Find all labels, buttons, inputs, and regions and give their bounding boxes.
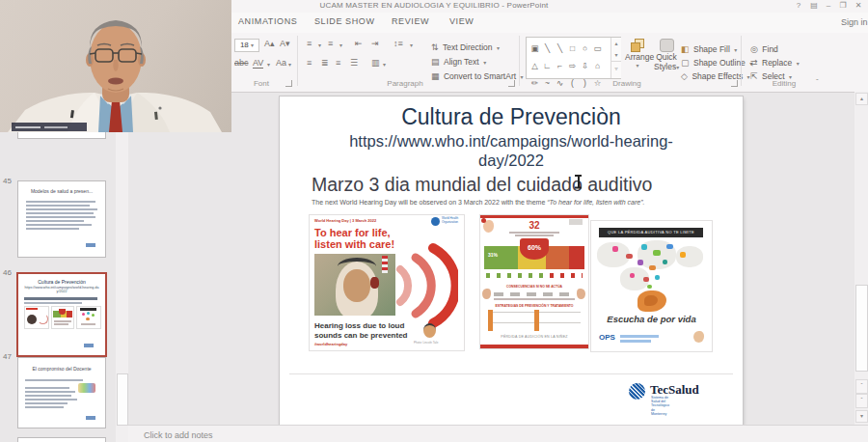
chevron-down-icon[interactable]: ▾	[383, 61, 386, 68]
sign-in-link[interactable]: Sign in	[841, 17, 868, 27]
tab-slide-show[interactable]: SLIDE SHOW	[314, 16, 375, 26]
shape-right-arrow-icon[interactable]: ⇨	[566, 60, 579, 72]
arrange-button[interactable]: Arrange ▾	[625, 39, 650, 69]
slide-link-line2[interactable]: day/2022	[280, 152, 743, 170]
shape-elbow-connector-icon[interactable]: ∟	[541, 60, 554, 72]
arrange-label: Arrange	[625, 52, 650, 62]
mini-poster	[76, 306, 101, 329]
shape-triangle-icon[interactable]: △	[529, 60, 541, 72]
chevron-down-icon[interactable]: ▾	[288, 61, 291, 68]
poster2-section2: ESTRATEGIAS DE PREVENCIÓN Y TRATAMIENTO	[480, 304, 588, 308]
tab-review[interactable]: REVIEW	[392, 16, 429, 26]
shape-curved-connector-icon[interactable]: ⌐	[554, 60, 566, 72]
poster-who-hearing-day[interactable]: World Hearing Day | 3 March 2022 World H…	[309, 214, 465, 351]
mini-poster	[51, 306, 74, 329]
chevron-down-icon[interactable]: ▾	[410, 41, 413, 48]
chevron-down-icon[interactable]: ▾	[267, 61, 270, 68]
bullets-icon[interactable]: ≡	[307, 39, 312, 48]
gallery-more-icon[interactable]: ▿	[611, 61, 621, 75]
tab-view[interactable]: VIEW	[449, 16, 474, 26]
shape-line-icon[interactable]: ╲	[541, 42, 554, 55]
shape-rounded-rectangle-icon[interactable]: ▭	[591, 42, 604, 55]
gallery-down-icon[interactable]: ▾	[611, 49, 621, 61]
character-spacing-icon[interactable]: AV	[253, 58, 263, 69]
align-center-icon[interactable]: ≣	[321, 58, 329, 68]
change-case-icon[interactable]: Aa	[276, 58, 286, 68]
chevron-down-icon[interactable]: ▾	[318, 41, 321, 48]
chevron-down-icon: ▾	[521, 74, 524, 80]
org-logo-placeholder	[569, 219, 583, 225]
chevron-down-icon[interactable]: ▾	[339, 41, 342, 48]
numbering-icon[interactable]: ≡	[328, 39, 333, 48]
shape-down-arrow-icon[interactable]: ⇩	[579, 60, 591, 72]
mini-poster	[24, 306, 49, 329]
align-right-icon[interactable]: ≡	[336, 58, 340, 68]
thumbnail-slide-46-selected[interactable]: Cultura de Prevenciòn https://www.who.in…	[16, 272, 107, 357]
thumbnail-slide-47[interactable]: El compromiso del Docente	[17, 357, 106, 428]
powerpoint-window: UCAM MASTER EN AUDIOLOGIA Y EQUILIBRIO -…	[0, 0, 868, 442]
icon-row-red	[550, 273, 583, 278]
close-button[interactable]: ✕	[853, 1, 864, 10]
shrink-font-icon[interactable]: A▾	[280, 39, 290, 48]
poster-infographic-childhood-hearing-loss[interactable]: 32 31% 60% CONSECUENCIAS SI NO SE ACTÚA …	[479, 214, 589, 349]
tab-animations[interactable]: ANIMATIONS	[238, 16, 297, 26]
drawing-dialog-launcher-icon[interactable]	[731, 80, 738, 87]
ear-heart-icon	[637, 290, 666, 312]
shape-arrow-line-icon[interactable]: ╲	[554, 42, 566, 55]
columns-icon[interactable]: ▥	[371, 58, 380, 68]
justify-icon[interactable]: ☰	[350, 58, 358, 68]
poster-ops-escucha[interactable]: QUE LA PÉRDIDA AUDITIVA NO TE LIMITE Esc…	[590, 220, 713, 352]
font-size-value: 18	[240, 41, 249, 49]
align-left-icon[interactable]: ≡	[307, 58, 312, 68]
line-spacing-icon[interactable]: ↕≡	[393, 39, 403, 48]
thumbnail-panel-scrollbar[interactable]	[116, 92, 128, 442]
strikethrough-icon[interactable]: abc	[234, 58, 249, 68]
font-size-combobox[interactable]: 18 ▾	[234, 39, 259, 52]
divider	[289, 373, 733, 374]
tecsalud-globe-icon	[629, 383, 645, 400]
slide-link-line1[interactable]: https://www.who.int/campaigns/world-hear…	[280, 132, 743, 151]
font-dialog-launcher-icon[interactable]	[285, 80, 292, 87]
scroll-down-icon[interactable]: ▾	[855, 410, 868, 423]
tecsalud-mini-logo-icon	[84, 344, 94, 347]
paragraph-dialog-launcher-icon[interactable]	[508, 80, 515, 87]
restore-button[interactable]: ❐	[837, 1, 849, 10]
quick-styles-label: Quick	[654, 52, 679, 62]
who-logo-text: World HealthOrganization	[442, 217, 458, 224]
thumbnail-link: https://www.who.int/campaigns/world-hear…	[24, 286, 99, 293]
poster2-stat-main: 60%	[520, 238, 549, 260]
slide-heading[interactable]: Marzo 3 dia mundial del cuidado auditivo	[312, 174, 652, 196]
shape-cube-icon[interactable]: ⌂	[591, 60, 604, 72]
decrease-indent-icon[interactable]: ⇤	[355, 39, 363, 48]
thumbnail-title: Modelos de salud a presen...	[18, 188, 105, 194]
shape-oval-icon[interactable]: ○	[579, 42, 591, 55]
quick-styles-button[interactable]: Quick Styles▾	[654, 39, 679, 71]
thumbnail-slide-48[interactable]	[17, 437, 106, 442]
window-title: UCAM MASTER EN AUDIOLOGIA Y EQUILIBRIO -…	[231, 1, 637, 10]
shape-textbox-icon[interactable]: ▣	[529, 42, 541, 55]
slide-canvas[interactable]: Cultura de Prevenciòn https://www.who.in…	[280, 97, 743, 425]
gallery-up-icon[interactable]: ▴	[611, 38, 621, 49]
ribbon-display-options-icon[interactable]: ▤	[808, 1, 820, 10]
notes-pane[interactable]: Click to add notes	[128, 425, 868, 442]
increase-indent-icon[interactable]: ⇥	[371, 39, 379, 48]
slide-title[interactable]: Cultura de Prevenciòn	[280, 104, 743, 130]
scroll-up-icon[interactable]: ▴	[855, 93, 868, 105]
slide-area-scrollbar[interactable]: ▴ ˆ ˇ ▾ ▾	[854, 92, 868, 442]
scrollbar-thumb[interactable]	[117, 373, 128, 426]
webcam-name-banner	[12, 123, 87, 131]
minimize-button[interactable]: –	[823, 1, 834, 10]
previous-slide-button[interactable]: ˆ	[855, 379, 868, 394]
grow-font-icon[interactable]: A▴	[264, 39, 275, 48]
slide-theme-line[interactable]: The next World Hearing Day will be obser…	[312, 199, 645, 206]
next-slide-button[interactable]: ˇ	[855, 394, 868, 408]
notes-placeholder[interactable]: Click to add notes	[144, 430, 213, 440]
poster1-caption: Hearing loss due to loud sounds can be p…	[314, 321, 422, 340]
shape-rectangle-icon[interactable]: □	[566, 42, 579, 55]
collapse-ribbon-icon[interactable]: ˆ	[816, 77, 819, 86]
help-icon[interactable]: ?	[793, 1, 804, 10]
thumbnail-slide-45[interactable]: Modelos de salud a presen...	[17, 180, 106, 258]
who-logo-icon	[431, 217, 440, 226]
text-cursor-icon	[574, 175, 583, 188]
scrollbar-thumb[interactable]	[855, 285, 868, 372]
